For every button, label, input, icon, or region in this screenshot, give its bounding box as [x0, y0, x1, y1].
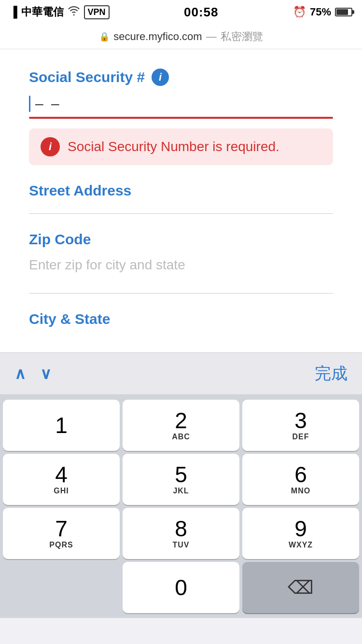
private-label: 私密瀏覽 [221, 29, 263, 44]
street-address-label: Street Address [29, 182, 333, 199]
battery-percent: 75% [310, 6, 331, 18]
ssn-label-text: Social Security # [29, 69, 145, 85]
status-right: ⏰ 75% [293, 6, 352, 18]
done-button[interactable]: 完成 [315, 363, 348, 385]
nav-down-button[interactable]: ∨ [40, 364, 51, 383]
keypad-row-3: 7 PQRS 8 TUV 9 WXYZ [3, 508, 359, 559]
ssn-input-row: – – [29, 92, 333, 117]
ssn-underline-error [29, 117, 333, 119]
key-delete[interactable]: ⌫ [242, 562, 359, 613]
delete-icon: ⌫ [288, 577, 314, 598]
zip-code-field: Zip Code Enter zip for city and state [29, 231, 333, 294]
error-message: Social Security Number is required. [68, 139, 279, 154]
form-container: Social Security # i – – i Social Securit… [0, 49, 362, 352]
key-2[interactable]: 2 ABC [123, 400, 239, 451]
keypad-row-4: 0 ⌫ [3, 562, 359, 613]
key-8[interactable]: 8 TUV [123, 508, 239, 559]
keypad-row-2: 4 GHI 5 JKL 6 MNO [3, 454, 359, 505]
nav-up-button[interactable]: ∧ [14, 364, 26, 383]
key-1[interactable]: 1 [3, 400, 120, 451]
vpn-badge: VPN [84, 5, 110, 19]
status-bar: ▐ 中華電信 VPN 00:58 ⏰ 75% [0, 0, 362, 24]
street-address-field: Street Address [29, 182, 333, 214]
city-state-label-text: City & State [29, 311, 110, 327]
key-7[interactable]: 7 PQRS [3, 508, 120, 559]
status-left: ▐ 中華電信 VPN [10, 5, 110, 19]
city-state-label: City & State [29, 311, 333, 327]
key-9[interactable]: 9 WXYZ [242, 508, 359, 559]
wifi-icon [68, 6, 80, 18]
ssn-error-box: i Social Security Number is required. [29, 128, 333, 165]
error-info-icon: i [41, 137, 60, 156]
key-5[interactable]: 5 JKL [123, 454, 239, 505]
zip-code-label: Zip Code [29, 231, 333, 248]
key-0[interactable]: 0 [123, 562, 239, 613]
ssn-help-icon[interactable]: i [152, 69, 169, 86]
zip-underline [29, 293, 333, 294]
ssn-label: Social Security # i [29, 69, 333, 86]
toolbar-nav: ∧ ∨ [14, 364, 51, 383]
battery-icon [335, 8, 352, 16]
key-3[interactable]: 3 DEF [242, 400, 359, 451]
key-6[interactable]: 6 MNO [242, 454, 359, 505]
keypad-row-1: 1 2 ABC 3 DEF [3, 400, 359, 451]
carrier-name: 中華電信 [21, 5, 64, 19]
address-bar[interactable]: 🔒 secure.myfico.com — 私密瀏覽 [0, 24, 362, 49]
zip-placeholder: Enter zip for city and state [29, 253, 333, 279]
key-empty [3, 562, 120, 613]
ssn-cursor [29, 96, 30, 112]
numeric-keypad: 1 2 ABC 3 DEF 4 GHI 5 JKL 6 MNO 7 PQRS 8 [0, 395, 362, 618]
separator: — [206, 30, 217, 43]
city-state-field: City & State [29, 311, 333, 327]
url-text: secure.myfico.com [113, 30, 202, 43]
alarm-icon: ⏰ [293, 6, 306, 18]
zip-code-label-text: Zip Code [29, 231, 91, 248]
key-4[interactable]: 4 GHI [3, 454, 120, 505]
street-address-label-text: Street Address [29, 182, 131, 199]
signal-icon: ▐ [10, 6, 17, 18]
lock-icon: 🔒 [99, 31, 110, 42]
ssn-value: – – [35, 96, 61, 112]
keyboard-toolbar: ∧ ∨ 完成 [0, 352, 362, 395]
time-display: 00:58 [184, 5, 219, 20]
street-address-underline [29, 213, 333, 214]
